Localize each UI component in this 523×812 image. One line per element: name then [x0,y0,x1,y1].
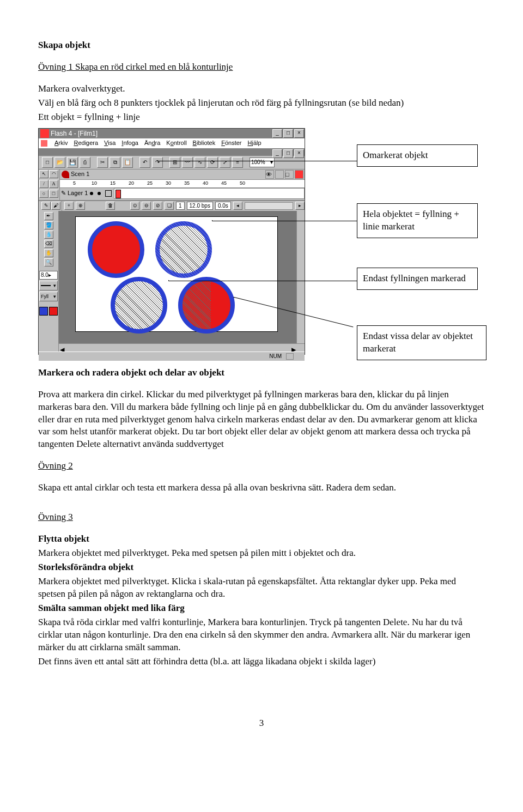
menu-andra[interactable]: Ändra [144,139,160,147]
tool-snap-icon[interactable]: ⊞ [169,157,180,168]
circle-fully-selected[interactable] [155,221,212,278]
tool-print-icon[interactable]: ⎙ [80,157,90,168]
hand-tool-icon[interactable]: ✋ [44,249,53,257]
menu-infoga[interactable]: Infoga [121,139,138,147]
eye-icon[interactable]: 👁 [265,170,274,179]
callout-line-1 [158,161,357,161]
text-tool-icon[interactable]: A [49,180,58,188]
onion-icon[interactable]: ⊖ [142,202,151,210]
horizontal-scrollbar[interactable]: ◂ ▸ [59,343,305,352]
pencil-tool-icon[interactable]: ✎ [41,202,51,210]
close-button[interactable]: × [294,129,304,138]
link-ovning1[interactable]: Övning 1 Skapa en röd cirkel med en blå … [38,62,233,72]
lasso-tool-icon[interactable]: ◠ [49,170,58,178]
callout-line-2 [212,221,357,221]
stage[interactable]: ◂ ▸ [59,211,305,352]
frame-marker-icon [295,170,303,179]
callout-line-3 [169,281,357,281]
menu-fonster[interactable]: Fönster [221,139,241,147]
tool-straighten-icon[interactable]: ∿ [194,157,205,168]
keyframe-icon[interactable] [115,190,121,198]
edit-frames-icon[interactable]: ❏ [165,202,174,210]
layer-row[interactable]: ✎ Lager 1 [60,188,305,199]
scroll-left-icon[interactable]: ◂ [233,202,242,210]
layer-name[interactable]: Lager 1 [68,189,88,197]
stroke-style[interactable]: ▾ [39,281,58,290]
tool-smooth-icon[interactable]: 〰 [182,157,193,168]
heading-markera-radera: Markera och radera objekt och delar av o… [38,367,485,379]
scene-tab: Scen 1 👁 □ [60,169,305,179]
onion-outline-icon[interactable]: ⊘ [153,202,162,210]
p-storlek: Markera objektet med pilverktyget. Klick… [38,575,485,601]
brush-tool-icon[interactable]: 🖌 [51,202,60,210]
add-guide-icon[interactable]: ⊕ [76,202,85,210]
tool-save-icon[interactable]: 💾 [67,157,78,168]
minimize-button[interactable]: _ [272,129,282,138]
outline-icon[interactable]: □ [285,170,294,179]
tool-align-icon[interactable]: ≡ [232,157,243,168]
link-ovning2[interactable]: Övning 2 [38,460,73,471]
figure-wrapper: Flash 4 - [Film1] _ □ × AArkivrkiv Redig… [38,128,485,357]
scene-icon [62,171,69,178]
resize-grip-icon[interactable] [286,353,294,360]
rect-tool-icon[interactable]: □ [49,190,58,198]
eraser-tool-icon[interactable]: ⌫ [44,240,53,248]
p-skapa-cirklar: Skapa ett antal cirklar och testa ett ma… [38,482,485,494]
ink-tool-icon[interactable]: ✒ [44,212,53,220]
tool-new-icon[interactable]: □ [42,157,53,168]
flash-icon [40,129,49,138]
tool-cut-icon[interactable]: ✂ [97,157,108,168]
dropper-tool-icon[interactable]: 💧 [44,231,53,239]
tool-paste-icon[interactable]: 📋 [122,157,133,168]
center-icon[interactable]: ⊙ [130,202,139,210]
trash-icon[interactable]: 🗑 [106,202,115,210]
circle-partial-selected[interactable] [178,277,235,334]
circle-unmarked[interactable] [88,221,144,278]
layer-dot1[interactable] [90,192,93,195]
fill-dropdown[interactable]: Fyll▾ [39,292,58,301]
stroke-width-input[interactable]: 8.0▸ [39,271,58,280]
menu-bibliotek[interactable]: Bibliotek [193,139,216,147]
doc-max-button[interactable]: □ [283,149,293,158]
maximize-button[interactable]: □ [283,129,293,138]
menu-redigera[interactable]: Redigera [74,139,98,147]
menu-hjalp[interactable]: Hjälp [248,139,262,147]
link-ovning3[interactable]: Övning 3 [38,512,73,522]
tool-open-icon[interactable]: 📂 [54,157,65,168]
tool-scale-icon[interactable]: ⤢ [220,157,230,168]
scene-label[interactable]: Scen 1 [71,170,89,178]
tool-undo-icon[interactable]: ↶ [139,157,150,168]
current-frame: 1 [176,202,185,210]
canvas[interactable] [75,216,278,332]
menu-kontroll[interactable]: Kontroll [166,139,186,147]
doc-close-button[interactable]: × [294,149,304,158]
heading-smalta: Smälta samman objekt med lika färg [38,602,485,615]
status-bar: NUM [39,352,305,361]
p-valj-farg-b: Ett objekt = fyllning + linje [38,111,485,124]
tool-redo-icon[interactable]: ↷ [152,157,163,168]
arrow-tool-icon[interactable]: ↖ [39,170,48,178]
vertical-scrollbar[interactable] [296,211,305,352]
scroll-right-icon[interactable]: ▸ [295,202,305,210]
tool-copy-icon[interactable]: ⧉ [110,157,120,168]
tool-rotate-icon[interactable]: ⟳ [207,157,218,168]
oval-tool-icon[interactable]: ○ [39,190,48,198]
circle-fill-selected[interactable] [111,277,167,334]
line-tool-icon[interactable]: / [39,180,48,188]
fill-color-swatch[interactable] [49,307,58,316]
window-titlebar: Flash 4 - [Film1] _ □ × [39,129,305,138]
lock-icon[interactable] [275,170,284,179]
bucket-tool-icon[interactable]: 🪣 [44,221,53,229]
add-layer-icon[interactable]: + [64,202,74,210]
layer-color-icon[interactable] [105,190,112,197]
layer-dot2[interactable] [98,192,101,195]
tool-palette: ↖ ◠ / A ○ □ [39,169,60,200]
timeline-scrollbar[interactable] [245,202,293,210]
stroke-color-swatch[interactable] [39,307,48,316]
zoom-tool-icon[interactable]: 🔍 [44,258,53,266]
menu-arkiv[interactable]: AArkivrkiv [54,139,68,147]
zoom-select[interactable]: 100%▾ [250,157,275,167]
frames-strip[interactable] [114,188,305,199]
menu-visa[interactable]: Visa [104,139,115,147]
doc-min-button[interactable]: _ [272,149,282,158]
